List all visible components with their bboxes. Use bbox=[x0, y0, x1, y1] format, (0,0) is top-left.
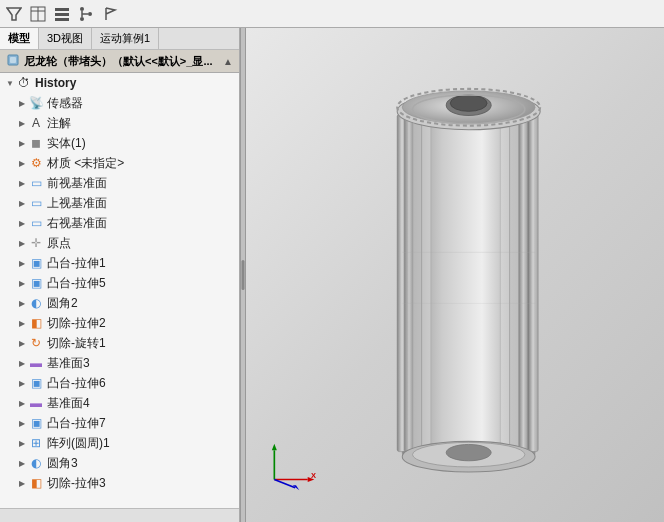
expand-icon-boss-extrude1[interactable]: ▶ bbox=[16, 257, 28, 269]
tree-item-material[interactable]: ▶⚙材质 <未指定> bbox=[0, 153, 239, 173]
svg-point-9 bbox=[88, 12, 92, 16]
expand-icon-cut-extrude2[interactable]: ▶ bbox=[16, 317, 28, 329]
tree-item-datum-plane3[interactable]: ▶▬基准面3 bbox=[0, 353, 239, 373]
expand-icon-origin[interactable]: ▶ bbox=[16, 237, 28, 249]
origin-icon: ✛ bbox=[28, 235, 44, 251]
svg-point-31 bbox=[446, 444, 491, 460]
part-header: 尼龙轮（带堵头）（默认<<默认>_显... ▲ bbox=[0, 50, 239, 73]
expand-icon-front-plane[interactable]: ▶ bbox=[16, 177, 28, 189]
expand-icon-boss-extrude5[interactable]: ▶ bbox=[16, 277, 28, 289]
tree-item-cut-extrude3[interactable]: ▶◧切除-拉伸3 bbox=[0, 473, 239, 493]
boss-icon: ▣ bbox=[28, 255, 44, 271]
tab-model[interactable]: 模型 bbox=[0, 28, 39, 49]
expand-icon-boss-extrude6[interactable]: ▶ bbox=[16, 377, 28, 389]
boss-icon: ▣ bbox=[28, 375, 44, 391]
expand-icon-fillet3[interactable]: ▶ bbox=[16, 457, 28, 469]
tree-item-cut-revolve1[interactable]: ▶↻切除-旋转1 bbox=[0, 333, 239, 353]
boss-icon: ▣ bbox=[28, 415, 44, 431]
tree-item-history[interactable]: ▼⏱History bbox=[0, 73, 239, 93]
label-datum-plane3: 基准面3 bbox=[47, 355, 90, 372]
table-icon[interactable] bbox=[28, 4, 48, 24]
label-material: 材质 <未指定> bbox=[47, 155, 124, 172]
svg-rect-18 bbox=[422, 114, 431, 451]
plane-icon: ▭ bbox=[28, 215, 44, 231]
label-fillet2: 圆角2 bbox=[47, 295, 78, 312]
expand-icon-datum-plane4[interactable]: ▶ bbox=[16, 397, 28, 409]
tree-item-boss-extrude1[interactable]: ▶▣凸台-拉伸1 bbox=[0, 253, 239, 273]
svg-rect-13 bbox=[10, 57, 16, 63]
label-front-plane: 前视基准面 bbox=[47, 175, 107, 192]
expand-icon-fillet2[interactable]: ▶ bbox=[16, 297, 28, 309]
branch-icon[interactable] bbox=[76, 4, 96, 24]
label-boss-extrude7: 凸台-拉伸7 bbox=[47, 415, 106, 432]
solid-icon: ◼ bbox=[28, 135, 44, 151]
part-header-icon bbox=[6, 53, 20, 69]
filter-icon[interactable] bbox=[4, 4, 24, 24]
toolbar bbox=[0, 0, 664, 28]
part-3d-model bbox=[334, 48, 634, 518]
label-origin: 原点 bbox=[47, 235, 71, 252]
expand-icon-material[interactable]: ▶ bbox=[16, 157, 28, 169]
tree-item-front-plane[interactable]: ▶▭前视基准面 bbox=[0, 173, 239, 193]
tree-item-fillet2[interactable]: ▶◐圆角2 bbox=[0, 293, 239, 313]
label-boss-extrude5: 凸台-拉伸5 bbox=[47, 275, 106, 292]
expand-icon-sensor[interactable]: ▶ bbox=[16, 97, 28, 109]
label-history: History bbox=[35, 76, 76, 90]
tree-item-solid[interactable]: ▶◼实体(1) bbox=[0, 133, 239, 153]
expand-icon-boss-extrude7[interactable]: ▶ bbox=[16, 417, 28, 429]
tab-bar: 模型 3D视图 运动算例1 bbox=[0, 28, 239, 50]
label-cut-revolve1: 切除-旋转1 bbox=[47, 335, 106, 352]
svg-rect-17 bbox=[412, 114, 421, 451]
pattern-icon: ⊞ bbox=[28, 435, 44, 451]
expand-icon-annotation[interactable]: ▶ bbox=[16, 117, 28, 129]
tree-item-sensor[interactable]: ▶📡传感器 bbox=[0, 93, 239, 113]
tree-item-boss-extrude5[interactable]: ▶▣凸台-拉伸5 bbox=[0, 273, 239, 293]
cut-icon: ◧ bbox=[28, 475, 44, 491]
tree-item-top-plane[interactable]: ▶▭上视基准面 bbox=[0, 193, 239, 213]
annotation-icon: A bbox=[28, 115, 44, 131]
svg-point-8 bbox=[80, 17, 84, 21]
tree-item-boss-extrude7[interactable]: ▶▣凸台-拉伸7 bbox=[0, 413, 239, 433]
tree-item-right-plane[interactable]: ▶▭右视基准面 bbox=[0, 213, 239, 233]
tree-bottom-scrollbar[interactable] bbox=[0, 508, 239, 522]
svg-rect-20 bbox=[519, 114, 528, 451]
list-icon[interactable] bbox=[52, 4, 72, 24]
datum-icon: ▬ bbox=[28, 355, 44, 371]
label-annotation: 注解 bbox=[47, 115, 71, 132]
label-pattern-circular1: 阵列(圆周)1 bbox=[47, 435, 110, 452]
expand-icon-cut-revolve1[interactable]: ▶ bbox=[16, 337, 28, 349]
label-cut-extrude3: 切除-拉伸3 bbox=[47, 475, 106, 492]
tab-3dview[interactable]: 3D视图 bbox=[39, 28, 92, 49]
expand-icon-cut-extrude3[interactable]: ▶ bbox=[16, 477, 28, 489]
plane-icon: ▭ bbox=[28, 175, 44, 191]
plane-icon: ▭ bbox=[28, 195, 44, 211]
svg-text:X: X bbox=[311, 471, 316, 480]
label-sensor: 传感器 bbox=[47, 95, 83, 112]
expand-icon-pattern-circular1[interactable]: ▶ bbox=[16, 437, 28, 449]
expand-icon-solid[interactable]: ▶ bbox=[16, 137, 28, 149]
expand-icon-top-plane[interactable]: ▶ bbox=[16, 197, 28, 209]
boss-icon: ▣ bbox=[28, 275, 44, 291]
fillet-icon: ◐ bbox=[28, 295, 44, 311]
cut-icon: ◧ bbox=[28, 315, 44, 331]
label-solid: 实体(1) bbox=[47, 135, 86, 152]
tree-item-origin[interactable]: ▶✛原点 bbox=[0, 233, 239, 253]
label-datum-plane4: 基准面4 bbox=[47, 395, 90, 412]
history-icon: ⏱ bbox=[16, 75, 32, 91]
tab-motion[interactable]: 运动算例1 bbox=[92, 28, 159, 49]
tree-item-fillet3[interactable]: ▶◐圆角3 bbox=[0, 453, 239, 473]
tree-item-boss-extrude6[interactable]: ▶▣凸台-拉伸6 bbox=[0, 373, 239, 393]
svg-rect-22 bbox=[500, 114, 509, 451]
expand-icon-history[interactable]: ▼ bbox=[4, 77, 16, 89]
cut-revolve-icon: ↻ bbox=[28, 335, 44, 351]
tree-item-cut-extrude2[interactable]: ▶◧切除-拉伸2 bbox=[0, 313, 239, 333]
part-header-label: 尼龙轮（带堵头）（默认<<默认>_显... bbox=[24, 54, 213, 69]
collapse-icon[interactable]: ▲ bbox=[223, 56, 233, 67]
expand-icon-right-plane[interactable]: ▶ bbox=[16, 217, 28, 229]
tree-item-datum-plane4[interactable]: ▶▬基准面4 bbox=[0, 393, 239, 413]
tree-item-annotation[interactable]: ▶A注解 bbox=[0, 113, 239, 133]
tree-item-pattern-circular1[interactable]: ▶⊞阵列(圆周)1 bbox=[0, 433, 239, 453]
flag-icon[interactable] bbox=[100, 4, 120, 24]
viewport[interactable]: X bbox=[246, 28, 664, 522]
expand-icon-datum-plane3[interactable]: ▶ bbox=[16, 357, 28, 369]
